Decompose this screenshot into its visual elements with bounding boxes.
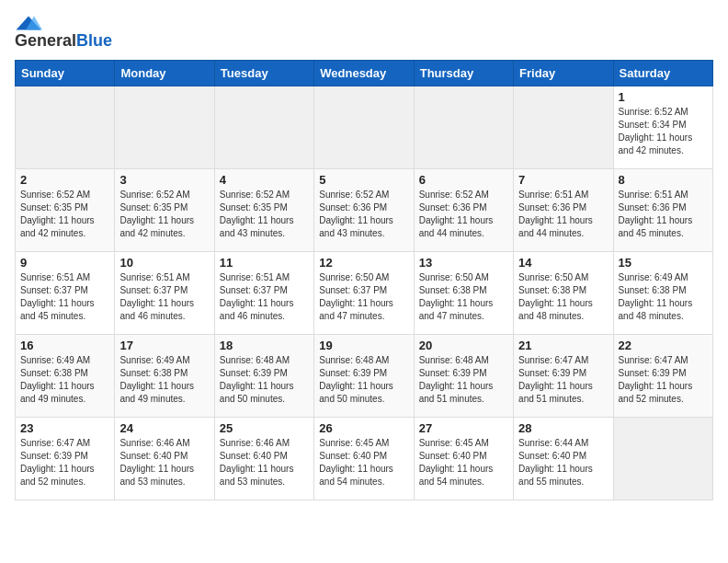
calendar-cell: 10Sunrise: 6:51 AMSunset: 6:37 PMDayligh… xyxy=(115,252,214,335)
page-header: GeneralBlue xyxy=(15,15,713,51)
day-info: Sunrise: 6:51 AMSunset: 6:37 PMDaylight:… xyxy=(20,271,109,323)
calendar-cell xyxy=(414,86,513,169)
day-info: Sunrise: 6:52 AMSunset: 6:34 PMDaylight:… xyxy=(619,106,708,157)
day-number: 21 xyxy=(518,339,608,352)
day-info: Sunrise: 6:44 AMSunset: 6:40 PMDaylight:… xyxy=(518,437,608,488)
day-info: Sunrise: 6:49 AMSunset: 6:38 PMDaylight:… xyxy=(619,271,708,323)
day-number: 19 xyxy=(319,339,408,352)
calendar-cell: 22Sunrise: 6:47 AMSunset: 6:39 PMDayligh… xyxy=(613,335,712,418)
calendar-cell: 7Sunrise: 6:51 AMSunset: 6:36 PMDaylight… xyxy=(514,169,613,252)
calendar-cell: 24Sunrise: 6:46 AMSunset: 6:40 PMDayligh… xyxy=(115,418,214,500)
calendar-cell: 2Sunrise: 6:52 AMSunset: 6:35 PMDaylight… xyxy=(16,169,115,252)
day-number: 23 xyxy=(20,421,109,435)
day-number: 17 xyxy=(119,339,209,352)
logo-general-text: General xyxy=(15,31,76,50)
day-number: 14 xyxy=(518,256,608,270)
day-number: 22 xyxy=(619,339,708,352)
calendar-cell: 21Sunrise: 6:47 AMSunset: 6:39 PMDayligh… xyxy=(514,335,613,418)
day-number: 3 xyxy=(119,173,209,187)
day-info: Sunrise: 6:46 AMSunset: 6:40 PMDaylight:… xyxy=(220,437,309,488)
day-info: Sunrise: 6:45 AMSunset: 6:40 PMDaylight:… xyxy=(319,437,408,488)
day-header-wednesday: Wednesday xyxy=(314,61,414,86)
day-number: 28 xyxy=(518,421,608,435)
day-header-sunday: Sunday xyxy=(16,61,115,86)
day-info: Sunrise: 6:49 AMSunset: 6:38 PMDaylight:… xyxy=(20,354,109,406)
day-number: 26 xyxy=(319,421,408,435)
calendar-cell: 19Sunrise: 6:48 AMSunset: 6:39 PMDayligh… xyxy=(314,335,414,418)
day-info: Sunrise: 6:51 AMSunset: 6:37 PMDaylight:… xyxy=(119,271,209,323)
day-number: 10 xyxy=(119,256,209,270)
day-info: Sunrise: 6:52 AMSunset: 6:35 PMDaylight:… xyxy=(119,189,209,240)
calendar-cell: 13Sunrise: 6:50 AMSunset: 6:38 PMDayligh… xyxy=(414,252,513,335)
calendar-cell: 27Sunrise: 6:45 AMSunset: 6:40 PMDayligh… xyxy=(414,418,513,500)
calendar-cell: 18Sunrise: 6:48 AMSunset: 6:39 PMDayligh… xyxy=(214,335,313,418)
calendar-cell xyxy=(115,86,214,169)
day-header-saturday: Saturday xyxy=(613,61,712,86)
day-info: Sunrise: 6:47 AMSunset: 6:39 PMDaylight:… xyxy=(518,354,608,406)
day-info: Sunrise: 6:52 AMSunset: 6:35 PMDaylight:… xyxy=(220,189,309,240)
day-number: 24 xyxy=(119,421,209,435)
day-info: Sunrise: 6:49 AMSunset: 6:38 PMDaylight:… xyxy=(119,354,209,406)
day-number: 27 xyxy=(419,421,508,435)
week-row-1: 1Sunrise: 6:52 AMSunset: 6:34 PMDaylight… xyxy=(16,86,713,169)
logo: GeneralBlue xyxy=(15,15,112,51)
calendar-cell: 15Sunrise: 6:49 AMSunset: 6:38 PMDayligh… xyxy=(613,252,712,335)
day-header-tuesday: Tuesday xyxy=(214,61,313,86)
logo-blue-text: Blue xyxy=(76,31,112,50)
calendar-cell xyxy=(214,86,313,169)
day-info: Sunrise: 6:48 AMSunset: 6:39 PMDaylight:… xyxy=(319,354,408,406)
day-info: Sunrise: 6:46 AMSunset: 6:40 PMDaylight:… xyxy=(119,437,209,488)
day-info: Sunrise: 6:50 AMSunset: 6:37 PMDaylight:… xyxy=(319,271,408,323)
day-number: 20 xyxy=(419,339,508,352)
week-row-5: 23Sunrise: 6:47 AMSunset: 6:39 PMDayligh… xyxy=(16,418,713,500)
calendar-cell: 4Sunrise: 6:52 AMSunset: 6:35 PMDaylight… xyxy=(214,169,313,252)
day-info: Sunrise: 6:47 AMSunset: 6:39 PMDaylight:… xyxy=(619,354,708,406)
day-number: 8 xyxy=(619,173,708,187)
day-header-thursday: Thursday xyxy=(414,61,513,86)
day-number: 15 xyxy=(619,256,708,270)
calendar-cell: 16Sunrise: 6:49 AMSunset: 6:38 PMDayligh… xyxy=(16,335,115,418)
day-number: 2 xyxy=(20,173,109,187)
calendar-cell: 11Sunrise: 6:51 AMSunset: 6:37 PMDayligh… xyxy=(214,252,313,335)
day-number: 9 xyxy=(20,256,109,270)
calendar-cell: 5Sunrise: 6:52 AMSunset: 6:36 PMDaylight… xyxy=(314,169,414,252)
day-number: 25 xyxy=(220,421,309,435)
week-row-3: 9Sunrise: 6:51 AMSunset: 6:37 PMDaylight… xyxy=(16,252,713,335)
week-row-4: 16Sunrise: 6:49 AMSunset: 6:38 PMDayligh… xyxy=(16,335,713,418)
calendar-cell: 20Sunrise: 6:48 AMSunset: 6:39 PMDayligh… xyxy=(414,335,513,418)
calendar-cell: 6Sunrise: 6:52 AMSunset: 6:36 PMDaylight… xyxy=(414,169,513,252)
day-info: Sunrise: 6:52 AMSunset: 6:35 PMDaylight:… xyxy=(20,189,109,240)
day-number: 11 xyxy=(220,256,309,270)
calendar-cell: 28Sunrise: 6:44 AMSunset: 6:40 PMDayligh… xyxy=(514,418,613,500)
day-info: Sunrise: 6:51 AMSunset: 6:36 PMDaylight:… xyxy=(518,189,608,240)
calendar-cell: 17Sunrise: 6:49 AMSunset: 6:38 PMDayligh… xyxy=(115,335,214,418)
day-info: Sunrise: 6:52 AMSunset: 6:36 PMDaylight:… xyxy=(319,189,408,240)
logo-icon xyxy=(15,15,42,31)
day-number: 16 xyxy=(20,339,109,352)
calendar-header-row: SundayMondayTuesdayWednesdayThursdayFrid… xyxy=(16,61,713,86)
day-info: Sunrise: 6:51 AMSunset: 6:37 PMDaylight:… xyxy=(220,271,309,323)
day-header-friday: Friday xyxy=(514,61,613,86)
calendar-cell: 26Sunrise: 6:45 AMSunset: 6:40 PMDayligh… xyxy=(314,418,414,500)
calendar-cell: 9Sunrise: 6:51 AMSunset: 6:37 PMDaylight… xyxy=(16,252,115,335)
calendar-cell: 3Sunrise: 6:52 AMSunset: 6:35 PMDaylight… xyxy=(115,169,214,252)
calendar-cell: 25Sunrise: 6:46 AMSunset: 6:40 PMDayligh… xyxy=(214,418,313,500)
day-info: Sunrise: 6:48 AMSunset: 6:39 PMDaylight:… xyxy=(419,354,508,406)
day-info: Sunrise: 6:47 AMSunset: 6:39 PMDaylight:… xyxy=(20,437,109,488)
calendar-cell xyxy=(16,86,115,169)
day-number: 12 xyxy=(319,256,408,270)
day-info: Sunrise: 6:51 AMSunset: 6:36 PMDaylight:… xyxy=(619,189,708,240)
calendar-cell: 8Sunrise: 6:51 AMSunset: 6:36 PMDaylight… xyxy=(613,169,712,252)
calendar-cell xyxy=(314,86,414,169)
week-row-2: 2Sunrise: 6:52 AMSunset: 6:35 PMDaylight… xyxy=(16,169,713,252)
day-header-monday: Monday xyxy=(115,61,214,86)
day-info: Sunrise: 6:45 AMSunset: 6:40 PMDaylight:… xyxy=(419,437,508,488)
day-info: Sunrise: 6:50 AMSunset: 6:38 PMDaylight:… xyxy=(419,271,508,323)
calendar-cell: 14Sunrise: 6:50 AMSunset: 6:38 PMDayligh… xyxy=(514,252,613,335)
calendar-cell xyxy=(514,86,613,169)
calendar-table: SundayMondayTuesdayWednesdayThursdayFrid… xyxy=(15,60,713,500)
calendar-cell: 12Sunrise: 6:50 AMSunset: 6:37 PMDayligh… xyxy=(314,252,414,335)
day-number: 18 xyxy=(220,339,309,352)
calendar-cell: 23Sunrise: 6:47 AMSunset: 6:39 PMDayligh… xyxy=(16,418,115,500)
day-number: 7 xyxy=(518,173,608,187)
